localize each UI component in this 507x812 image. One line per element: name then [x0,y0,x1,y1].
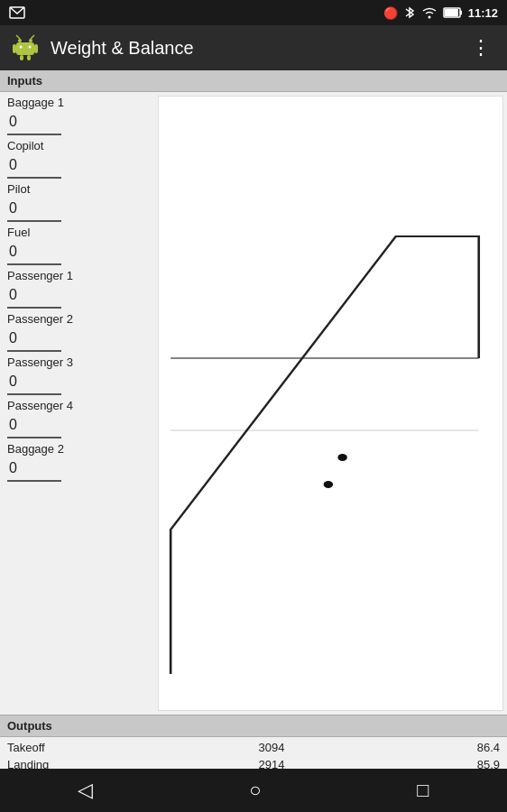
app-title-area: Weight & Balance [9,32,194,64]
input-group-2: Pilot [7,182,151,222]
input-label-4: Passenger 1 [7,269,151,282]
input-field-passenger-2[interactable] [7,327,61,352]
chart-panel [158,96,503,711]
input-label-6: Passenger 3 [7,355,151,369]
svg-rect-10 [20,55,23,60]
inputs-panel: Baggage 1CopilotPilotFuelPassenger 1Pass… [0,92,158,715]
input-field-passenger-3[interactable] [7,370,61,395]
outputs-section-header: Outputs [0,715,507,737]
input-label-7: Passenger 4 [7,399,151,412]
svg-point-15 [29,46,32,49]
input-field-fuel[interactable] [7,240,61,265]
wifi-icon [421,6,438,19]
input-group-1: Copilot [7,139,151,179]
back-button[interactable]: ◁ [60,771,111,809]
status-bar: 🔴 11:12 [0,0,507,25]
svg-rect-3 [460,11,462,15]
svg-rect-7 [16,42,34,55]
input-field-baggage-2[interactable] [7,457,61,482]
svg-line-12 [16,35,20,39]
recent-apps-button[interactable]: □ [399,771,447,809]
input-label-2: Pilot [7,182,151,196]
status-right: 🔴 11:12 [383,6,498,20]
input-field-baggage-1[interactable] [7,110,61,135]
input-group-8: Baggage 2 [7,442,151,482]
email-icon [9,6,25,19]
bluetooth-icon [403,6,416,19]
input-label-0: Baggage 1 [7,96,151,109]
main-content: Baggage 1CopilotPilotFuelPassenger 1Pass… [0,92,507,715]
dot-takeoff [337,454,347,461]
input-field-pilot[interactable] [7,197,61,222]
time-display: 11:12 [468,6,498,20]
weight-balance-chart [159,97,502,710]
overflow-menu-button[interactable]: ⋮ [464,32,498,63]
input-label-1: Copilot [7,139,151,152]
input-label-8: Baggage 2 [7,442,151,456]
inputs-section-header: Inputs [0,70,507,92]
svg-rect-11 [27,55,31,60]
status-left [9,6,25,19]
svg-rect-4 [445,9,458,16]
input-group-3: Fuel [7,226,151,265]
input-group-5: Passenger 2 [7,312,151,352]
dot-landing [324,481,334,488]
input-group-6: Passenger 3 [7,355,151,395]
input-field-passenger-1[interactable] [7,283,61,309]
svg-point-6 [29,39,32,42]
battery-icon [443,7,463,18]
svg-rect-9 [34,44,38,53]
input-field-copilot[interactable] [7,153,61,179]
action-bar: Weight & Balance ⋮ [0,25,507,70]
home-button[interactable]: ○ [231,771,279,809]
output-value1-0: 3094 [97,741,446,754]
output-row-0: Takeoff309486.4 [7,739,500,756]
svg-point-1 [428,16,430,19]
output-value2-0: 86.4 [446,741,500,754]
output-label-0: Takeoff [7,741,97,754]
input-group-0: Baggage 1 [7,96,151,135]
app-title: Weight & Balance [51,38,194,59]
svg-line-13 [31,35,34,39]
input-label-5: Passenger 2 [7,312,151,326]
nav-bar: ◁ ○ □ [0,769,507,812]
bluetooth-icon: 🔴 [383,6,398,20]
input-group-7: Passenger 4 [7,399,151,438]
svg-rect-8 [13,44,16,53]
input-group-4: Passenger 1 [7,269,151,309]
input-label-3: Fuel [7,226,151,239]
app-icon [9,32,41,64]
svg-point-5 [18,39,22,42]
input-field-passenger-4[interactable] [7,413,61,438]
svg-point-14 [20,46,23,49]
